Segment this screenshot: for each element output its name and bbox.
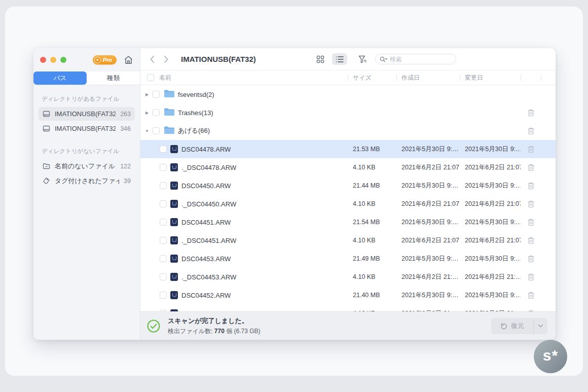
- row-checkbox[interactable]: [160, 255, 167, 262]
- raw-file-icon: [170, 182, 178, 190]
- trash-icon[interactable]: [528, 146, 534, 153]
- disclosure-triangle-icon[interactable]: [144, 129, 150, 133]
- trash-icon[interactable]: [528, 200, 534, 208]
- trash-icon[interactable]: [528, 255, 534, 263]
- folder-icon: [164, 89, 175, 99]
- file-created-date: 2021年5月30日 9:…: [396, 182, 460, 190]
- raw-file-icon: [170, 236, 178, 244]
- table-row[interactable]: DSC04452.ARW 21.40 MB 2021年5月30日 9:… 202…: [140, 286, 556, 304]
- file-name: DSC04450.ARW: [181, 182, 231, 190]
- file-modified-date: 2021年5月30日 9:…: [460, 218, 521, 227]
- grid-view-button[interactable]: [313, 53, 328, 65]
- select-all-checkbox[interactable]: [147, 74, 154, 81]
- file-modified-date: 2021年6月2日 21:07: [460, 163, 521, 172]
- trash-icon[interactable]: [528, 292, 534, 299]
- row-checkbox[interactable]: [160, 273, 167, 280]
- chevron-down-icon: [538, 324, 543, 328]
- row-checkbox[interactable]: [153, 91, 160, 98]
- file-list: fseventsd(2): [140, 85, 556, 311]
- row-checkbox[interactable]: [153, 127, 160, 134]
- trash-icon[interactable]: [528, 109, 534, 117]
- row-checkbox[interactable]: [160, 146, 167, 153]
- file-name: ._DSC04453.ARW: [181, 273, 236, 281]
- folder-icon: [164, 108, 175, 118]
- scan-complete-check-icon: [146, 319, 161, 333]
- sidebar-item-imationusb-1[interactable]: IMATIONUSB(FAT32) 263: [39, 107, 135, 121]
- chevron-left-icon: [150, 55, 155, 63]
- drive-icon: [43, 125, 50, 132]
- table-row[interactable]: ._DSC04451.ARW 4.10 KB 2021年6月2日 21:07 2…: [140, 231, 556, 250]
- table-row[interactable]: DSC04478.ARW 21.53 MB 2021年5月30日 9:… 202…: [140, 140, 556, 158]
- close-window-button[interactable]: [40, 57, 46, 63]
- trash-icon[interactable]: [528, 237, 534, 244]
- table-row[interactable]: ._DSC04453.ARW 4.10 KB 2021年6月2日 21:… 20…: [140, 268, 556, 286]
- app-window: ★ Pro パス 種類 ディレクトリがあるファイル IMATIONUSB(FAT…: [33, 48, 556, 340]
- file-name: ._DSC04478.ARW: [181, 164, 236, 171]
- sidebar-titlebar: ★ Pro: [33, 48, 140, 72]
- tab-path[interactable]: パス: [33, 72, 87, 85]
- trash-icon[interactable]: [528, 127, 534, 135]
- table-row[interactable]: あげる(66): [140, 122, 556, 140]
- row-checkbox[interactable]: [160, 237, 167, 244]
- pro-badge[interactable]: ★ Pro: [93, 55, 117, 64]
- column-header-name[interactable]: 名前: [159, 74, 171, 82]
- row-checkbox[interactable]: [160, 219, 167, 226]
- disclosure-triangle-icon[interactable]: [144, 92, 150, 97]
- back-button[interactable]: [149, 54, 156, 64]
- column-header-size[interactable]: サイズ: [353, 74, 372, 82]
- table-row[interactable]: DSC04450.ARW 21.44 MB 2021年5月30日 9:… 202…: [140, 176, 556, 195]
- trash-icon[interactable]: [528, 273, 534, 281]
- pro-badge-label: Pro: [103, 57, 112, 63]
- raw-file-icon: [170, 309, 178, 311]
- table-row[interactable]: ._DSC04478.ARW 4.10 KB 2021年6月2日 21:07 2…: [140, 158, 556, 176]
- file-size: 21.44 MB: [348, 182, 396, 189]
- home-icon: [124, 55, 133, 64]
- column-header-modified[interactable]: 変更日: [465, 74, 483, 82]
- search-input[interactable]: [390, 56, 452, 63]
- filter-icon: [358, 55, 367, 63]
- home-button[interactable]: [124, 55, 133, 64]
- row-checkbox[interactable]: [160, 164, 167, 171]
- restore-dropdown-button[interactable]: [534, 318, 547, 334]
- table-row[interactable]: DSC04453.ARW 21.49 MB 2021年5月30日 9:… 202…: [140, 250, 556, 268]
- sidebar-content: ディレクトリがあるファイル IMATIONUSB(FAT32) 263 IMAT…: [33, 85, 140, 340]
- file-modified-date: 2021年5月30日 9:…: [460, 145, 521, 154]
- table-row[interactable]: Trashes(13): [140, 103, 556, 122]
- disclosure-triangle-icon[interactable]: [144, 111, 150, 115]
- sidebar-section-title: ディレクトリがあるファイル: [42, 95, 132, 103]
- table-row[interactable]: fseventsd(2): [140, 85, 556, 103]
- file-created-date: 2021年6月2日 21:07: [396, 236, 460, 245]
- trash-icon[interactable]: [528, 164, 534, 171]
- list-view-button[interactable]: [332, 53, 347, 65]
- window-controls: [40, 57, 66, 63]
- table-row[interactable]: ._DSC04450.ARW 4.10 KB 2021年6月2日 21:07 2…: [140, 195, 556, 213]
- raw-file-icon: [170, 200, 178, 208]
- minimize-window-button[interactable]: [50, 57, 56, 63]
- sidebar-item-imationusb-2[interactable]: IMATIONUSB(FAT32) 346: [39, 122, 135, 135]
- detected-files-label: 検出ファイル数:: [168, 328, 214, 335]
- raw-file-icon: [170, 145, 178, 153]
- file-modified-date: 2021年6月2日 21:07: [460, 236, 521, 245]
- column-header-created[interactable]: 作成日: [401, 74, 420, 82]
- row-checkbox[interactable]: [160, 292, 167, 299]
- filter-button[interactable]: [358, 55, 367, 63]
- file-name: DSC04453.ARW: [181, 255, 231, 263]
- sidebar-item-tagged-files[interactable]: タグ付けされたファイル 39: [39, 174, 135, 188]
- file-created-date: 2021年6月2日 21:…: [396, 273, 460, 281]
- tab-type[interactable]: 種類: [87, 72, 140, 85]
- table-row[interactable]: DSC04451.ARW 21.54 MB 2021年5月30日 9:… 202…: [140, 213, 556, 231]
- status-bar: スキャンが完了しました。 検出ファイル数: 770 個 (6.73 GB) 復元: [140, 311, 556, 340]
- forward-button[interactable]: [163, 54, 170, 64]
- file-modified-date: 2021年6月2日 21:…: [460, 273, 521, 281]
- row-checkbox[interactable]: [153, 109, 160, 116]
- sidebar-item-unnamed-files[interactable]: 名前のないファイル 122: [39, 159, 135, 173]
- raw-file-icon: [170, 291, 178, 299]
- restore-button[interactable]: 復元: [491, 318, 533, 334]
- trash-icon[interactable]: [528, 219, 534, 226]
- zoom-window-button[interactable]: [60, 57, 66, 63]
- trash-icon[interactable]: [528, 182, 534, 190]
- table-row[interactable]: ._DSC04452.ARW 4.10 KB 2021年6月2日 21:… 20…: [140, 304, 556, 311]
- row-checkbox[interactable]: [160, 182, 167, 189]
- row-checkbox[interactable]: [160, 200, 167, 207]
- file-modified-date: 2021年5月30日 9:…: [460, 182, 521, 190]
